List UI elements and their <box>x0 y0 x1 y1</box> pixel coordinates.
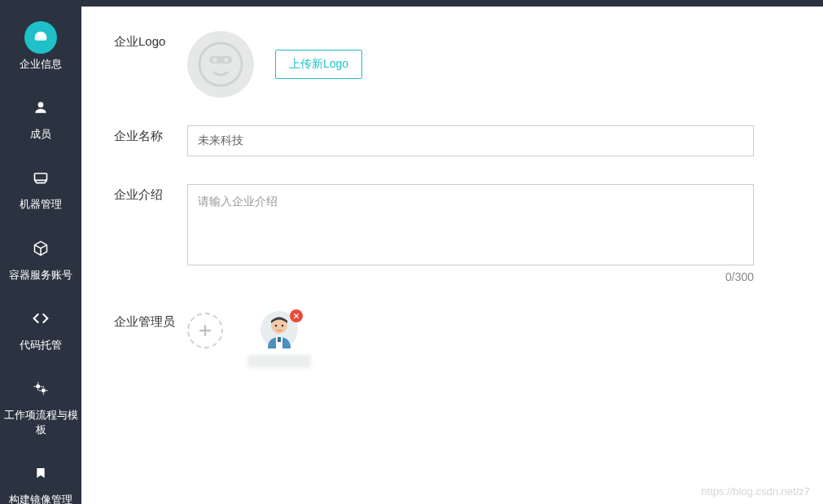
svg-point-6 <box>42 388 46 392</box>
gears-icon <box>24 372 57 405</box>
label-name: 企业名称 <box>114 125 187 144</box>
row-logo: 企业Logo 上传新Logo <box>114 31 790 98</box>
server-icon <box>24 161 57 194</box>
svg-point-13 <box>275 325 278 327</box>
user-icon <box>24 91 57 124</box>
sidebar-label: 构建镜像管理 <box>6 493 76 504</box>
code-icon <box>24 302 57 335</box>
plus-icon <box>197 322 213 339</box>
add-admin-button[interactable] <box>187 313 223 348</box>
remove-admin-icon[interactable] <box>290 309 303 322</box>
svg-point-9 <box>213 58 217 62</box>
sidebar-item-members[interactable]: 成员 <box>0 91 81 142</box>
svg-point-1 <box>40 33 42 35</box>
label-logo: 企业Logo <box>114 31 187 50</box>
sidebar-label: 代码托管 <box>16 338 65 353</box>
svg-point-2 <box>42 35 44 37</box>
svg-rect-16 <box>278 337 281 342</box>
admin-avatar[interactable] <box>260 311 298 348</box>
row-name: 企业名称 <box>114 125 790 156</box>
svg-point-14 <box>282 325 284 327</box>
cube-icon <box>24 232 57 265</box>
main-wrap: 企业信息 成员 机器管理 容器服务账号 代码托管 <box>0 7 823 504</box>
sidebar-label: 机器管理 <box>16 197 65 212</box>
top-bar <box>0 0 823 7</box>
svg-point-10 <box>225 58 229 62</box>
sidebar-item-workflow-templates[interactable]: 工作项流程与模板 <box>0 372 81 437</box>
watermark: https://blog.csdn.net/z7 <box>701 485 810 497</box>
enterprise-intro-textarea[interactable] <box>187 184 754 265</box>
content-area: 企业Logo 上传新Logo 企业名称 <box>81 7 823 504</box>
label-admins: 企业管理员 <box>114 311 187 330</box>
row-intro: 企业介绍 0/300 <box>114 184 790 283</box>
svg-rect-8 <box>209 56 232 64</box>
svg-point-3 <box>38 103 44 108</box>
sidebar-item-machines[interactable]: 机器管理 <box>0 161 81 212</box>
enterprise-name-input[interactable] <box>187 125 754 156</box>
sidebar-item-container-accounts[interactable]: 容器服务账号 <box>0 232 81 283</box>
svg-point-5 <box>36 384 40 388</box>
logo-avatar-placeholder <box>187 31 254 98</box>
sidebar-item-build-images[interactable]: 构建镜像管理 <box>0 457 81 504</box>
bookmark-icon <box>24 457 57 489</box>
dashboard-icon <box>24 21 57 54</box>
admin-item <box>247 311 311 368</box>
svg-point-7 <box>199 43 242 85</box>
svg-rect-4 <box>35 173 47 180</box>
sidebar-item-code-hosting[interactable]: 代码托管 <box>0 302 81 353</box>
label-intro: 企业介绍 <box>114 184 187 203</box>
sidebar-label: 容器服务账号 <box>6 268 76 283</box>
sidebar-label: 成员 <box>27 127 55 142</box>
admin-name-blurred <box>247 355 311 368</box>
char-count: 0/300 <box>187 270 754 283</box>
sidebar-label: 企业信息 <box>16 57 65 72</box>
sidebar-item-enterprise-info[interactable]: 企业信息 <box>0 21 81 72</box>
sidebar: 企业信息 成员 机器管理 容器服务账号 代码托管 <box>0 7 81 504</box>
sidebar-label: 工作项流程与模板 <box>0 408 81 437</box>
svg-point-0 <box>37 35 38 37</box>
row-admins: 企业管理员 <box>114 311 790 368</box>
upload-logo-button[interactable]: 上传新Logo <box>275 50 362 79</box>
